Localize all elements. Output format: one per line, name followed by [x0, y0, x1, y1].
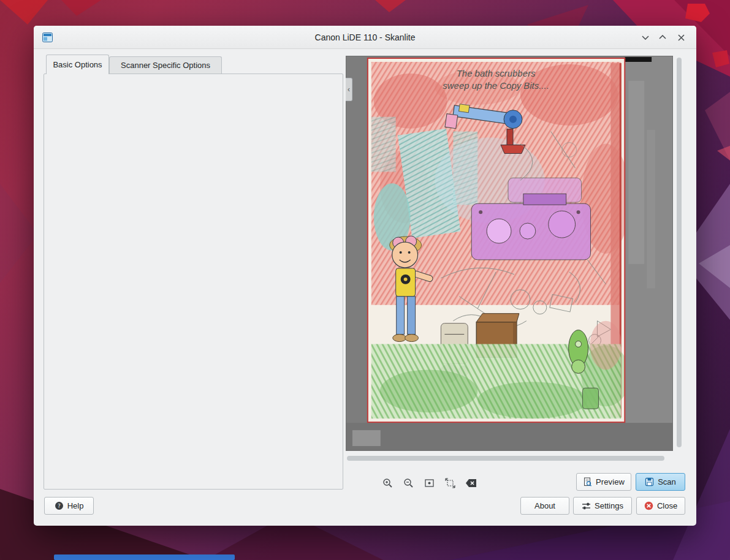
scan-caption-line1: The bath scrubbers: [457, 68, 536, 78]
settings-button-label: Settings: [595, 501, 623, 510]
window-title: Canon LiDE 110 - Skanlite: [34, 26, 696, 49]
document-preview-icon: [583, 477, 592, 486]
help-icon: ?: [55, 501, 64, 510]
scan-preview-canvas[interactable]: The bath scrubbers sweep up the Copy Bit…: [346, 56, 673, 451]
tab-scanner-specific-options[interactable]: Scanner Specific Options: [109, 56, 222, 74]
preview-vertical-scrollbar[interactable]: [675, 56, 683, 451]
help-button-label: Help: [67, 501, 84, 510]
zoom-in-button[interactable]: [381, 476, 394, 490]
about-button[interactable]: About: [520, 497, 569, 515]
zoom-fit-button[interactable]: [443, 476, 457, 490]
svg-text:?: ?: [58, 503, 61, 509]
scan-button-label: Scan: [658, 477, 676, 486]
scanned-image: The bath scrubbers sweep up the Copy Bit…: [346, 56, 672, 450]
close-button[interactable]: Close: [636, 497, 685, 515]
zoom-actual-size-button[interactable]: [422, 476, 436, 490]
horizontal-scrollbar-handle[interactable]: [347, 456, 664, 461]
skanlite-window: Canon LiDE 110 - Skanlite Basic Options …: [34, 26, 696, 526]
splitter-collapse-handle[interactable]: ‹: [346, 78, 352, 101]
clear-selections-button[interactable]: [464, 476, 477, 490]
vertical-scrollbar-handle[interactable]: [677, 58, 682, 447]
settings-button[interactable]: Settings: [573, 497, 632, 515]
titlebar[interactable]: Canon LiDE 110 - Skanlite: [34, 26, 696, 49]
preview-button[interactable]: Preview: [576, 473, 631, 491]
tab-basic-options[interactable]: Basic Options: [46, 55, 109, 74]
settings-sliders-icon: [582, 502, 591, 510]
preview-button-label: Preview: [596, 477, 625, 486]
close-icon: [644, 501, 653, 510]
zoom-out-button[interactable]: [401, 476, 415, 490]
about-button-label: About: [534, 501, 555, 510]
scan-save-icon: [645, 477, 654, 486]
maximize-button[interactable]: [656, 31, 669, 44]
scan-button[interactable]: Scan: [636, 473, 685, 491]
preview-horizontal-scrollbar[interactable]: [346, 455, 673, 462]
close-window-button[interactable]: [674, 31, 688, 44]
close-button-label: Close: [657, 501, 677, 510]
scan-caption-line2: sweep up the Copy Bits....: [443, 80, 549, 91]
help-button[interactable]: ? Help: [44, 497, 94, 515]
minimize-button[interactable]: [639, 31, 652, 44]
basic-options-panel: [44, 74, 343, 490]
